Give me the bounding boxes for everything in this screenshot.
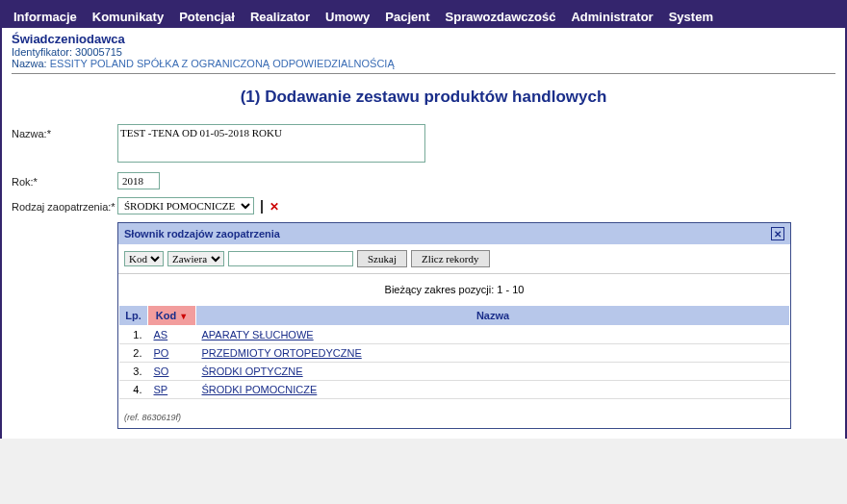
- form-row-name: Nazwa:* TEST -TENA OD 01-05-2018 ROKU: [12, 124, 835, 164]
- provider-title: Świadczeniodawca: [12, 32, 835, 46]
- filter-op-select[interactable]: Zawiera: [167, 251, 224, 266]
- range-text: Bieżący zakres pozycji: 1 - 10: [118, 274, 790, 305]
- menu-administrator[interactable]: Administrator: [565, 9, 658, 25]
- menu-umowy[interactable]: Umowy: [320, 9, 375, 25]
- form-row-year: Rok:*: [12, 172, 835, 189]
- table-header-row: Lp. Kod ▼ Nazwa: [119, 306, 790, 326]
- provider-id-line: Identyfikator: 30005715: [12, 46, 835, 58]
- name-label: Nazwa:*: [12, 124, 117, 139]
- table-row: 3. SO ŚRODKI OPTYCZNE: [119, 363, 790, 381]
- dictionary-table: Lp. Kod ▼ Nazwa 1. AS APARATY SŁUCHOWE 2…: [118, 305, 790, 399]
- page-title: (1) Dodawanie zestawu produktów handlowy…: [12, 88, 835, 107]
- name-link[interactable]: PRZEDMIOTY ORTOPEDYCZNE: [202, 347, 362, 359]
- count-button[interactable]: Zlicz rekordy: [411, 250, 490, 267]
- menu-pacjent[interactable]: Pacjent: [379, 9, 435, 25]
- menu-realizator[interactable]: Realizator: [244, 9, 316, 25]
- cell-lp: 4.: [119, 381, 148, 399]
- provider-name-line: Nazwa: ESSITY POLAND SPÓŁKA Z OGRANICZON…: [12, 58, 835, 69]
- table-row: 1. AS APARATY SŁUCHOWE: [119, 326, 790, 344]
- code-link[interactable]: SO: [154, 365, 169, 377]
- ref-note: (ref. 8630619f): [118, 399, 790, 428]
- filter-value-input[interactable]: [228, 251, 353, 266]
- main-menu: Informacje Komunikaty Potencjał Realizat…: [0, 6, 847, 28]
- supply-select[interactable]: ŚRODKI POMOCNICZE: [117, 197, 254, 214]
- menu-sprawozdawczosc[interactable]: Sprawozdawczość: [440, 9, 562, 25]
- dictionary-title: Słownik rodzajów zaopatrzenia: [124, 228, 280, 239]
- sort-desc-icon: ▼: [179, 312, 188, 321]
- col-lp[interactable]: Lp.: [119, 306, 148, 326]
- name-link[interactable]: APARATY SŁUCHOWE: [202, 329, 314, 340]
- dictionary-search-bar: Kod Zawiera Szukaj Zlicz rekordy: [118, 244, 790, 274]
- code-link[interactable]: PO: [154, 347, 169, 359]
- table-row: 4. SP ŚRODKI POMOCNICZE: [119, 381, 790, 399]
- menu-potencjal[interactable]: Potencjał: [173, 9, 241, 25]
- name-input[interactable]: TEST -TENA OD 01-05-2018 ROKU: [117, 124, 425, 163]
- year-input[interactable]: [117, 172, 160, 189]
- menu-system[interactable]: System: [663, 9, 719, 25]
- dictionary-header: Słownik rodzajów zaopatrzenia ✕: [118, 223, 790, 244]
- search-button[interactable]: Szukaj: [357, 250, 407, 267]
- form-row-supply: Rodzaj zaopatrzenia:* ŚRODKI POMOCNICZE …: [12, 197, 835, 214]
- dictionary-open-icon[interactable]: [261, 201, 263, 213]
- provider-id-value: 30005715: [75, 46, 122, 58]
- code-link[interactable]: SP: [154, 384, 168, 395]
- clear-icon[interactable]: ✕: [270, 200, 279, 214]
- dictionary-close-icon[interactable]: ✕: [771, 227, 784, 240]
- name-link[interactable]: ŚRODKI OPTYCZNE: [202, 365, 303, 377]
- provider-name-link[interactable]: ESSITY POLAND SPÓŁKA Z OGRANICZONĄ ODPOW…: [50, 58, 395, 69]
- cell-lp: 2.: [119, 344, 148, 363]
- year-label: Rok:*: [12, 172, 117, 188]
- col-kod[interactable]: Kod ▼: [148, 306, 196, 326]
- menu-komunikaty[interactable]: Komunikaty: [87, 9, 169, 25]
- provider-id-label: Identyfikator:: [12, 46, 72, 58]
- cell-lp: 1.: [119, 326, 148, 344]
- provider-header: Świadczeniodawca Identyfikator: 30005715…: [12, 32, 835, 74]
- filter-field-select[interactable]: Kod: [124, 251, 164, 266]
- name-link[interactable]: ŚRODKI POMOCNICZE: [202, 384, 318, 395]
- table-row: 2. PO PRZEDMIOTY ORTOPEDYCZNE: [119, 344, 790, 363]
- provider-name-label: Nazwa:: [12, 58, 47, 69]
- supply-label: Rodzaj zaopatrzenia:*: [12, 197, 117, 213]
- col-nazwa[interactable]: Nazwa: [196, 306, 790, 326]
- menu-informacje[interactable]: Informacje: [8, 9, 83, 25]
- content-area: Świadczeniodawca Identyfikator: 30005715…: [0, 28, 847, 439]
- cell-lp: 3.: [119, 363, 148, 381]
- dictionary-panel: Słownik rodzajów zaopatrzenia ✕ Kod Zawi…: [117, 222, 791, 429]
- code-link[interactable]: AS: [154, 329, 168, 340]
- app-window: Informacje Komunikaty Potencjał Realizat…: [0, 0, 847, 439]
